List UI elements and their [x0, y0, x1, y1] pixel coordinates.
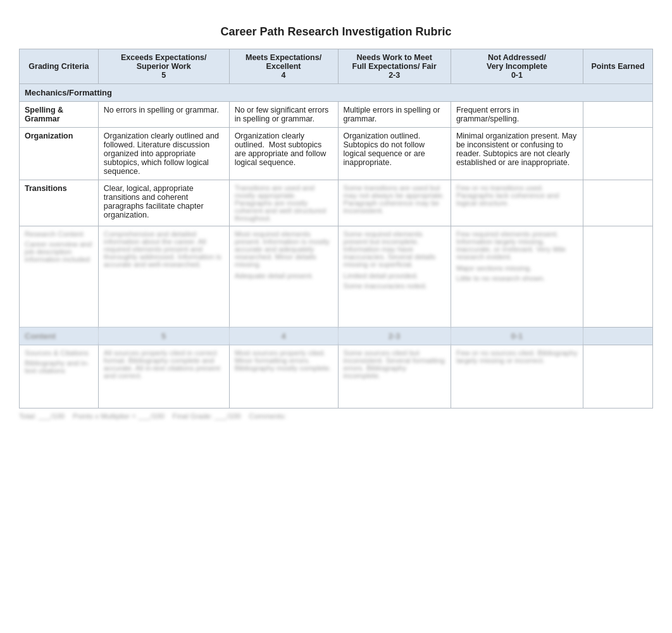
header-not-addressed: Not Addressed/Very Incomplete0-1 — [451, 49, 583, 84]
section-title-blurred-c1: 5 — [98, 328, 229, 345]
cell-blurred1-points — [583, 226, 653, 328]
cell-org-4: Organization clearly outlined. Most subt… — [229, 128, 338, 180]
cell-blurred2-points — [583, 345, 653, 409]
header-exceeds: Exceeds Expectations/Superior Work5 — [98, 49, 229, 84]
cell-trans-4: Transitions are used and mostly appropri… — [229, 180, 338, 226]
cell-org-23: Organization outlined. Subtopics do not … — [338, 128, 451, 180]
header-grading-criteria: Grading Criteria — [20, 49, 99, 84]
criteria-blurred-2: Sources & Citations Bibliography and in-… — [20, 345, 99, 409]
table-row: Organization Organization clearly outlin… — [20, 128, 653, 180]
table-row: Research Content Career overview and job… — [20, 226, 653, 328]
cell-spelling-5: No errors in spelling or grammar. — [98, 102, 229, 128]
cell-trans-23: Some transitions are used but may not al… — [338, 180, 451, 226]
page-title: Career Path Research Investigation Rubri… — [19, 25, 653, 39]
section-title-blurred-c3: 2-3 — [338, 328, 451, 345]
header-points-earned: Points Earned — [583, 49, 653, 84]
section-header-mechanics: Mechanics/Formatting — [20, 84, 653, 102]
criteria-spelling-grammar: Spelling & Grammar — [20, 102, 99, 128]
cell-trans-01: Few or no transitions used. Paragraphs l… — [451, 180, 583, 226]
cell-spelling-points — [583, 102, 653, 128]
section-title-blurred-c4: 0-1 — [451, 328, 583, 345]
cell-blurred2-5: All sources properly cited in correct fo… — [98, 345, 229, 409]
cell-trans-points — [583, 180, 653, 226]
table-row: Sources & Citations Bibliography and in-… — [20, 345, 653, 409]
rubric-table: Grading Criteria Exceeds Expectations/Su… — [19, 49, 653, 409]
criteria-organization: Organization — [20, 128, 99, 180]
criteria-blurred-1: Research Content Career overview and job… — [20, 226, 99, 328]
cell-spelling-01: Frequent errors in grammar/spelling. — [451, 102, 583, 128]
table-row: Transitions Clear, logical, appropriate … — [20, 180, 653, 226]
cell-blurred1-5: Comprehensive and detailed information a… — [98, 226, 229, 328]
cell-org-5: Organization clearly outlined and follow… — [98, 128, 229, 180]
cell-blurred1-4: Most required elements present. Informat… — [229, 226, 338, 328]
criteria-transitions: Transitions — [20, 180, 99, 226]
cell-spelling-4: No or few significant errors in spelling… — [229, 102, 338, 128]
page-wrapper: Career Path Research Investigation Rubri… — [0, 0, 672, 445]
cell-spelling-23: Multiple errors in spelling or grammar. — [338, 102, 451, 128]
cell-blurred2-4: Most sources properly cited. Minor forma… — [229, 345, 338, 409]
cell-trans-5: Clear, logical, appropriate transitions … — [98, 180, 229, 226]
header-needs-work: Needs Work to MeetFull Expectations/ Fai… — [338, 49, 451, 84]
section-title-blurred-c2: 4 — [229, 328, 338, 345]
section-title-mechanics: Mechanics/Formatting — [20, 84, 653, 102]
footer-note: Total: ___/100 Points x Multiplier = ___… — [19, 412, 653, 420]
cell-blurred1-23: Some required elements present but incom… — [338, 226, 451, 328]
cell-blurred2-23: Some sources cited but inconsistent. Sev… — [338, 345, 451, 409]
header-meets: Meets Expectations/Excellent4 — [229, 49, 338, 84]
cell-org-points — [583, 128, 653, 180]
section-title-blurred-left: Content — [20, 328, 99, 345]
section-title-blurred-points — [583, 328, 653, 345]
cell-org-01: Minimal organization present. May be inc… — [451, 128, 583, 180]
cell-blurred2-01: Few or no sources cited. Bibliography la… — [451, 345, 583, 409]
cell-blurred1-01: Few required elements present. Informati… — [451, 226, 583, 328]
section-header-blurred: Content 5 4 2-3 0-1 — [20, 328, 653, 345]
table-row: Spelling & Grammar No errors in spelling… — [20, 102, 653, 128]
